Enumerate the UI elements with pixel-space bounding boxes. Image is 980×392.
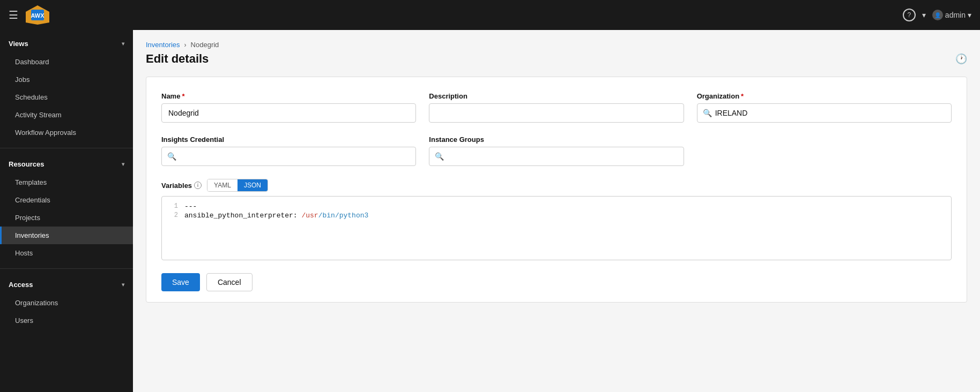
sidebar-item-activity-stream[interactable]: Activity Stream (0, 106, 133, 124)
access-chevron: ▾ (122, 282, 124, 288)
line-number-1: 1 (167, 202, 178, 210)
breadcrumb-parent[interactable]: Inventories (146, 41, 180, 49)
page-header: Edit details 🕐 (146, 52, 967, 66)
instance-groups-input[interactable] (447, 152, 678, 161)
hamburger-menu[interactable]: ☰ (9, 9, 18, 21)
variables-section: Variables i YAML JSON 1 --- (161, 179, 952, 260)
breadcrumb-separator: › (184, 41, 187, 49)
variables-label-row: Variables i YAML JSON (161, 179, 952, 192)
organization-group: Organization * 🔍 (697, 92, 952, 123)
variables-editor[interactable]: 1 --- 2 ansible_python_interpreter: /usr… (161, 196, 952, 260)
sidebar-section-resources-header[interactable]: Resources ▾ (0, 155, 133, 174)
sidebar-section-access-label: Access (9, 281, 33, 289)
variables-info-icon[interactable]: i (194, 182, 202, 189)
code-dashes: --- (184, 202, 197, 210)
top-nav-right: ? ▾ 👤 admin ▾ (903, 9, 971, 21)
user-avatar: 👤 (932, 10, 943, 20)
sidebar-item-hosts[interactable]: Hosts (0, 244, 133, 262)
user-dropdown-arrow[interactable]: ▾ (968, 11, 971, 19)
code-content-2: ansible_python_interpreter: /usr/bin/pyt… (184, 212, 368, 220)
instance-groups-search-icon: 🔍 (435, 152, 444, 161)
name-group: Name * (161, 92, 416, 123)
form-row-1: Name * Description Organization * 🔍 (161, 92, 952, 123)
help-dropdown-arrow[interactable]: ▾ (922, 11, 926, 19)
sidebar-item-projects[interactable]: Projects (0, 209, 133, 227)
user-label: admin (945, 11, 966, 19)
top-nav: ☰ AWX ? ▾ 👤 admin ▾ (0, 0, 980, 30)
organization-input[interactable] (715, 109, 946, 117)
sidebar-item-credentials[interactable]: Credentials (0, 191, 133, 209)
cancel-button[interactable]: Cancel (206, 273, 253, 291)
instance-groups-label: Instance Groups (429, 135, 684, 144)
svg-text:AWX: AWX (31, 12, 44, 19)
sidebar-section-access-header[interactable]: Access ▾ (0, 275, 133, 294)
instance-groups-search-wrapper[interactable]: 🔍 (429, 147, 684, 166)
code-value-blue: /bin/python3 (318, 212, 369, 220)
sidebar-section-resources-label: Resources (9, 160, 44, 168)
sidebar-item-organizations[interactable]: Organizations (0, 294, 133, 312)
sidebar: Views ▾ Dashboard Jobs Schedules Activit… (0, 30, 133, 392)
sidebar-item-users[interactable]: Users (0, 312, 133, 329)
name-required-star: * (182, 92, 184, 100)
json-toggle[interactable]: JSON (237, 179, 268, 191)
yaml-toggle[interactable]: YAML (207, 179, 237, 191)
user-section[interactable]: 👤 admin ▾ (932, 10, 971, 20)
organization-required-star: * (741, 92, 744, 100)
insights-credential-label: Insights Credential (161, 135, 416, 144)
sidebar-section-views: Views ▾ Dashboard Jobs Schedules Activit… (0, 30, 133, 146)
page-title: Edit details (146, 52, 209, 66)
help-button[interactable]: ? (903, 9, 916, 21)
organization-search-icon: 🔍 (703, 109, 712, 117)
code-content-1: --- (184, 202, 197, 210)
format-toggle-group: YAML JSON (207, 179, 268, 192)
code-value-red: /usr (301, 212, 318, 220)
form-row-2: Insights Credential 🔍 Instance Groups 🔍 (161, 135, 952, 166)
breadcrumb-current: Nodegrid (191, 41, 219, 49)
insights-search-wrapper[interactable]: 🔍 (161, 147, 416, 166)
name-input[interactable] (161, 103, 416, 123)
sidebar-item-jobs[interactable]: Jobs (0, 71, 133, 88)
sidebar-item-schedules[interactable]: Schedules (0, 88, 133, 106)
logo: AWX (25, 4, 50, 26)
sidebar-section-resources: Resources ▾ Templates Credentials Projec… (0, 150, 133, 266)
action-row: Save Cancel (161, 273, 952, 291)
content-area: Inventories › Nodegrid Edit details 🕐 Na… (133, 30, 980, 392)
views-chevron: ▾ (122, 41, 124, 47)
organization-search-wrapper[interactable]: 🔍 (697, 103, 952, 123)
description-label: Description (429, 92, 684, 100)
organization-label: Organization * (697, 92, 952, 100)
line-number-2: 2 (167, 212, 178, 219)
instance-groups-group: Instance Groups 🔍 (429, 135, 684, 166)
sidebar-section-views-header[interactable]: Views ▾ (0, 34, 133, 53)
sidebar-item-templates[interactable]: Templates (0, 174, 133, 191)
insights-credential-group: Insights Credential 🔍 (161, 135, 416, 166)
insights-input[interactable] (180, 152, 410, 161)
sidebar-section-views-label: Views (9, 40, 28, 48)
sidebar-item-inventories[interactable]: Inventories (0, 227, 133, 244)
history-icon[interactable]: 🕐 (955, 53, 967, 65)
code-line-2: 2 ansible_python_interpreter: /usr/bin/p… (162, 211, 951, 220)
sidebar-item-workflow-approvals[interactable]: Workflow Approvals (0, 124, 133, 141)
insights-search-icon: 🔍 (167, 152, 176, 161)
code-key: ansible_python_interpreter: (184, 212, 298, 220)
variables-label: Variables i (161, 182, 202, 190)
description-input[interactable] (429, 103, 684, 123)
sidebar-section-access: Access ▾ Organizations Users (0, 271, 133, 334)
name-label: Name * (161, 92, 416, 100)
form-card: Name * Description Organization * 🔍 (146, 77, 967, 303)
description-group: Description (429, 92, 684, 123)
sidebar-item-dashboard[interactable]: Dashboard (0, 53, 133, 71)
awx-logo: AWX (25, 4, 50, 26)
resources-chevron: ▾ (122, 161, 124, 167)
save-button[interactable]: Save (161, 273, 200, 291)
code-line-1: 1 --- (162, 202, 951, 211)
breadcrumb: Inventories › Nodegrid (146, 41, 967, 49)
